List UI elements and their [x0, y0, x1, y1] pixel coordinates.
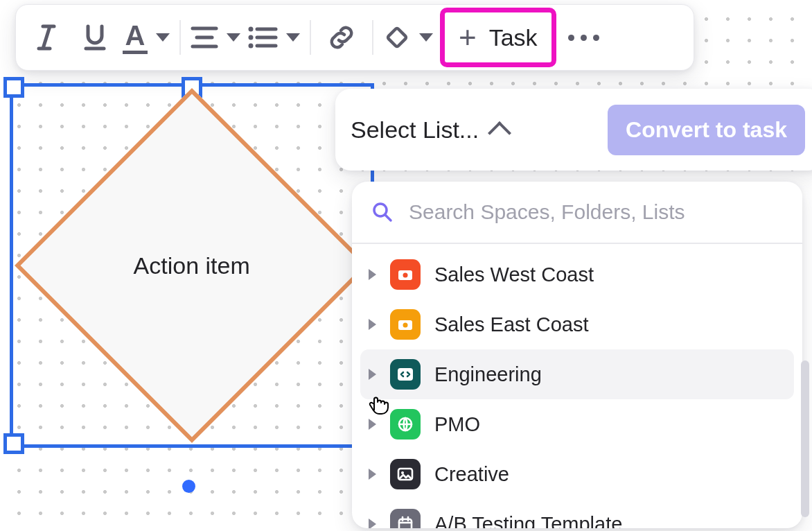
search-input[interactable]	[407, 200, 783, 225]
select-list-dropdown[interactable]: Select List...	[351, 116, 508, 143]
space-icon	[390, 509, 421, 528]
space-row[interactable]: Sales East Coast	[360, 299, 794, 349]
chevron-up-icon	[488, 121, 511, 145]
space-name: PMO	[434, 413, 480, 436]
space-list: Sales West Coast Sales East Coast Engine…	[352, 244, 802, 528]
space-name: Engineering	[434, 363, 542, 386]
text-color-button[interactable]: A	[123, 17, 170, 58]
space-icon	[390, 359, 421, 390]
toolbar-divider	[372, 20, 373, 55]
space-row[interactable]: PMO	[360, 399, 794, 449]
svg-point-6	[249, 35, 254, 40]
space-name: A/B Testing Template	[434, 513, 622, 529]
space-row[interactable]: Engineering	[360, 349, 794, 399]
expand-triangle-icon[interactable]	[369, 269, 376, 280]
expand-triangle-icon[interactable]	[369, 419, 376, 430]
svg-point-4	[249, 27, 254, 32]
toolbar-divider	[179, 20, 181, 55]
svg-point-16	[403, 323, 408, 328]
diamond-icon	[383, 24, 411, 51]
svg-line-12	[385, 215, 391, 220]
add-task-button[interactable]: + Task	[440, 8, 556, 67]
expand-triangle-icon[interactable]	[369, 369, 376, 380]
space-icon	[390, 309, 421, 340]
space-name: Sales West Coast	[434, 263, 594, 286]
svg-point-20	[401, 471, 404, 474]
list-button[interactable]	[247, 17, 300, 58]
space-icon	[390, 409, 421, 439]
italic-button[interactable]	[26, 17, 67, 58]
svg-point-8	[249, 44, 254, 49]
search-row	[352, 182, 802, 244]
space-row[interactable]: Creative	[360, 449, 794, 499]
underline-button[interactable]	[74, 17, 116, 58]
anchor-point[interactable]	[182, 480, 195, 493]
formatting-toolbar: A + Task	[15, 4, 694, 71]
scrollbar-thumb[interactable]	[801, 360, 809, 517]
chevron-down-icon	[156, 33, 170, 42]
link-button[interactable]	[321, 17, 362, 58]
svg-rect-17	[398, 368, 413, 381]
chevron-down-icon	[419, 33, 433, 42]
svg-point-14	[403, 273, 408, 278]
space-row[interactable]: Sales West Coast	[360, 250, 794, 299]
more-options-button[interactable]	[563, 17, 605, 58]
expand-triangle-icon[interactable]	[369, 519, 376, 528]
ellipsis-icon	[568, 35, 599, 41]
expand-triangle-icon[interactable]	[369, 319, 376, 330]
toolbar-divider	[310, 20, 311, 55]
selection-bounding-box[interactable]: Action item	[10, 83, 374, 448]
space-name: Creative	[434, 463, 509, 486]
expand-triangle-icon[interactable]	[369, 469, 376, 480]
select-list-label: Select List...	[351, 116, 479, 143]
letter-a-icon: A	[125, 21, 145, 49]
search-icon	[371, 201, 394, 223]
shape-label: Action item	[134, 252, 250, 279]
convert-to-task-button[interactable]: Convert to task	[608, 105, 805, 155]
svg-rect-10	[387, 28, 407, 47]
align-button[interactable]	[191, 17, 240, 58]
shape-button[interactable]	[383, 17, 433, 58]
chevron-down-icon	[286, 33, 300, 42]
space-icon	[390, 459, 421, 489]
task-label: Task	[489, 24, 538, 51]
chevron-down-icon	[227, 33, 240, 42]
diamond-shape[interactable]: Action item	[15, 88, 369, 443]
list-picker-panel: Sales West Coast Sales East Coast Engine…	[352, 182, 802, 528]
space-row[interactable]: A/B Testing Template	[360, 499, 794, 528]
select-list-panel: Select List... Convert to task	[335, 89, 812, 171]
svg-rect-21	[399, 519, 412, 528]
space-name: Sales East Coast	[434, 313, 588, 336]
space-icon	[390, 259, 421, 290]
